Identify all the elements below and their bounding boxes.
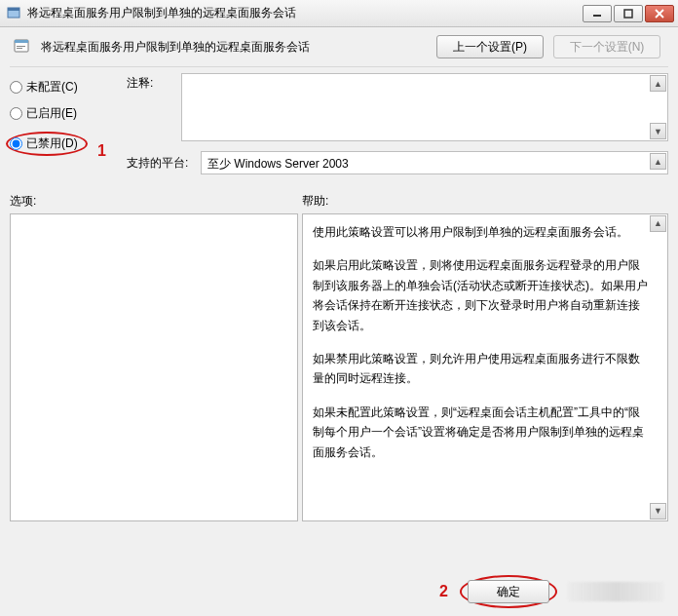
- window-controls: [583, 5, 674, 22]
- prev-setting-button[interactable]: 上一个设置(P): [436, 35, 544, 58]
- comments-label: 注释:: [127, 73, 181, 92]
- policy-icon: [12, 36, 33, 58]
- app-icon: [6, 6, 21, 21]
- help-paragraph: 如果未配置此策略设置，则“远程桌面会话主机配置”工具中的“限制每个用户一个会话”…: [313, 403, 648, 462]
- close-button[interactable]: [645, 5, 674, 22]
- help-label: 帮助:: [302, 193, 668, 210]
- header-row: 将远程桌面服务用户限制到单独的远程桌面服务会话 上一个设置(P) 下一个设置(N…: [0, 27, 678, 64]
- scroll-down-icon[interactable]: ▼: [650, 123, 666, 139]
- scroll-up-icon[interactable]: ▲: [650, 75, 666, 92]
- annotation-1: 1: [97, 142, 106, 160]
- minimize-button[interactable]: [583, 5, 612, 22]
- nav-buttons: 上一个设置(P) 下一个设置(N): [436, 35, 660, 58]
- lower-panes: 使用此策略设置可以将用户限制到单独的远程桌面服务会话。 如果启用此策略设置，则将…: [0, 213, 678, 521]
- options-pane: [10, 213, 298, 521]
- platform-field: 至少 Windows Server 2003 ▲: [201, 151, 668, 174]
- config-area: 未配置(C) 已启用(E) 已禁用(D) 注释: ▲ ▼ 支持的平台:: [0, 73, 678, 179]
- radio-enabled-input[interactable]: [10, 107, 22, 120]
- annotation-2: 2: [439, 583, 448, 600]
- section-labels: 选项: 帮助:: [10, 193, 668, 210]
- svg-rect-3: [624, 10, 632, 18]
- platform-row: 支持的平台: 至少 Windows Server 2003 ▲: [127, 151, 668, 174]
- radio-enabled[interactable]: 已启用(E): [10, 105, 117, 122]
- options-label: 选项:: [10, 193, 302, 210]
- svg-rect-1: [8, 8, 19, 11]
- dialog-footer: 2 确定: [0, 575, 678, 608]
- next-setting-label: 下一个设置(N): [570, 39, 645, 56]
- svg-rect-8: [17, 46, 25, 47]
- right-column: 注释: ▲ ▼ 支持的平台: 至少 Windows Server 2003 ▲: [127, 73, 668, 179]
- comments-textarea[interactable]: ▲ ▼: [181, 73, 668, 141]
- radio-not-configured-input[interactable]: [10, 81, 22, 94]
- divider: [10, 66, 668, 67]
- next-setting-button: 下一个设置(N): [553, 35, 660, 58]
- scroll-down-icon[interactable]: ▼: [650, 503, 666, 520]
- maximize-button[interactable]: [614, 5, 643, 22]
- radio-enabled-label: 已启用(E): [26, 105, 77, 122]
- platform-label: 支持的平台:: [127, 155, 201, 172]
- help-paragraph: 使用此策略设置可以将用户限制到单独的远程桌面服务会话。: [313, 222, 648, 242]
- window-titlebar: 将远程桌面服务用户限制到单独的远程桌面服务会话: [0, 0, 678, 27]
- ok-button[interactable]: 确定: [468, 580, 549, 603]
- radio-not-configured[interactable]: 未配置(C): [10, 79, 117, 96]
- scroll-up-icon[interactable]: ▲: [650, 153, 666, 170]
- help-pane: 使用此策略设置可以将用户限制到单独的远程桌面服务会话。 如果启用此策略设置，则将…: [302, 213, 668, 521]
- radio-column: 未配置(C) 已启用(E) 已禁用(D): [10, 73, 117, 179]
- window-title: 将远程桌面服务用户限制到单独的远程桌面服务会话: [27, 5, 583, 21]
- radio-disabled[interactable]: 已禁用(D): [10, 135, 78, 152]
- ok-button-label: 确定: [497, 584, 520, 600]
- prev-setting-label: 上一个设置(P): [453, 39, 527, 56]
- radio-disabled-input[interactable]: [10, 137, 22, 150]
- policy-title: 将远程桌面服务用户限制到单独的远程桌面服务会话: [41, 39, 429, 56]
- platform-value: 至少 Windows Server 2003: [207, 157, 349, 171]
- radio-not-configured-label: 未配置(C): [26, 79, 78, 96]
- comments-row: 注释: ▲ ▼: [127, 73, 668, 141]
- help-paragraph: 如果启用此策略设置，则将使用远程桌面服务远程登录的用户限制到该服务器上的单独会话…: [313, 255, 648, 335]
- radio-disabled-highlight: 已禁用(D): [6, 132, 88, 156]
- obscured-area: [567, 582, 664, 601]
- ok-button-highlight: 确定: [460, 575, 557, 608]
- svg-rect-9: [17, 48, 22, 49]
- help-paragraph: 如果禁用此策略设置，则允许用户使用远程桌面服务进行不限数量的同时远程连接。: [313, 349, 648, 389]
- scroll-up-icon[interactable]: ▲: [650, 215, 666, 232]
- svg-rect-7: [15, 40, 28, 43]
- radio-disabled-label: 已禁用(D): [26, 135, 78, 152]
